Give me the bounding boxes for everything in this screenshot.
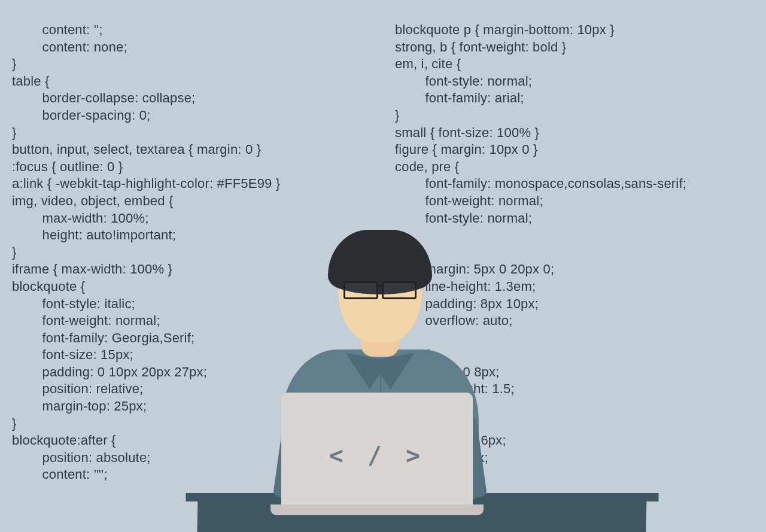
laptop: < / > (281, 393, 473, 515)
lens-right (382, 281, 417, 299)
hair (328, 230, 432, 290)
illustration-stage: content: ''; content: none; } table { bo… (0, 0, 766, 532)
glasses-icon (344, 281, 417, 298)
laptop-base (270, 504, 484, 515)
laptop-screen: < / > (281, 393, 473, 509)
code-icon: < / > (281, 442, 473, 469)
css-code-left: content: ''; content: none; } table { bo… (12, 22, 280, 484)
lens-left (344, 281, 378, 299)
